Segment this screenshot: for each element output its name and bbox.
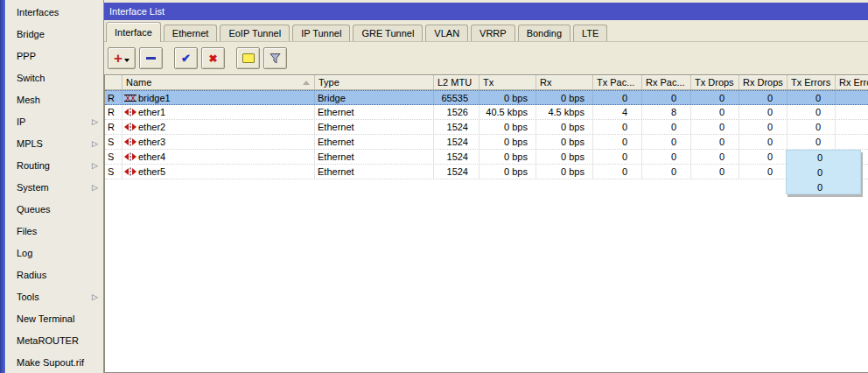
table-row-ether5[interactable]: Sether5Ethernet15240 bps0 bps00000 <box>105 165 868 179</box>
cell-tx_pac: 0 <box>593 120 642 134</box>
table-row-ether2[interactable]: Rether2Ethernet15240 bps0 bps00000 <box>105 120 868 135</box>
col-header-name[interactable]: Name <box>122 75 315 89</box>
col-header-l2mtu[interactable]: L2 MTU <box>434 75 480 89</box>
remove-button[interactable] <box>139 47 163 69</box>
tab-ip-tunnel[interactable]: IP Tunnel <box>292 25 350 41</box>
enable-button[interactable]: ✔ <box>174 47 198 69</box>
table-header: NameTypeL2 MTUTxRxTx Pac...Rx Pac...Tx D… <box>105 75 868 90</box>
dropdown-caret-icon <box>124 59 130 62</box>
sidebar-item-ip[interactable]: IP▷ <box>6 111 103 133</box>
interface-name: ether3 <box>138 135 165 149</box>
sidebar-item-switch[interactable]: Switch <box>6 67 103 89</box>
col-header-rx_pac[interactable]: Rx Pac... <box>642 75 691 89</box>
cell-tx_drops: 0 <box>691 120 739 134</box>
tab-eoip-tunnel[interactable]: EoIP Tunnel <box>220 25 290 41</box>
sidebar-item-files[interactable]: Files <box>6 221 103 243</box>
interface-name: ether1 <box>138 105 165 119</box>
cell-selection-overlay: 000 <box>786 150 861 194</box>
table-row-ether3[interactable]: Sether3Ethernet15240 bps0 bps00000 <box>105 135 868 150</box>
sidebar-item-routing[interactable]: Routing▷ <box>6 155 103 177</box>
overlay-value: 0 <box>787 151 836 165</box>
cell-rx_pac: 0 <box>642 165 691 179</box>
filter-button[interactable] <box>263 47 287 69</box>
tab-label: LTE <box>582 28 598 39</box>
cell-flag: R <box>105 105 122 119</box>
toolbar: +✔✖ <box>104 42 868 74</box>
tab-label: GRE Tunnel <box>361 28 414 39</box>
cell-rx_pac: 0 <box>642 150 691 164</box>
sidebar-item-mesh[interactable]: Mesh <box>6 89 103 111</box>
add-button[interactable]: + <box>108 47 136 69</box>
sidebar-item-system[interactable]: System▷ <box>6 177 103 199</box>
overlay-value: 0 <box>787 165 836 180</box>
interface-name: ether5 <box>138 165 165 179</box>
submenu-arrow-icon: ▷ <box>92 155 98 177</box>
cell-rx_errors <box>836 105 868 119</box>
col-header-tx[interactable]: Tx <box>480 75 536 89</box>
tab-gre-tunnel[interactable]: GRE Tunnel <box>353 25 423 41</box>
table-row-ether4[interactable]: Sether4Ethernet15240 bps0 bps00000 <box>105 150 868 165</box>
col-label: Type <box>318 77 340 88</box>
sidebar-item-mpls[interactable]: MPLS▷ <box>6 133 103 155</box>
sidebar-item-log[interactable]: Log <box>6 243 103 264</box>
sidebar-item-metarouter[interactable]: MetaROUTER <box>6 330 103 352</box>
tab-interface[interactable]: Interface <box>106 22 161 42</box>
sidebar-item-radius[interactable]: Radius <box>6 264 103 286</box>
tab-vlan[interactable]: VLAN <box>425 25 468 41</box>
sidebar-item-label: Routing <box>17 160 50 171</box>
cell-rx: 0 bps <box>536 135 593 149</box>
col-header-rx_drops[interactable]: Rx Drops <box>739 75 788 89</box>
cross-icon: ✖ <box>208 53 217 65</box>
sort-asc-icon <box>303 81 310 85</box>
cell-name: ether4 <box>122 150 315 164</box>
sidebar-item-new-terminal[interactable]: New Terminal <box>6 308 103 330</box>
tab-ethernet[interactable]: Ethernet <box>164 25 218 41</box>
cell-rx_drops: 0 <box>739 165 788 179</box>
disable-button[interactable]: ✖ <box>201 47 225 69</box>
cell-rx_pac: 0 <box>642 120 691 134</box>
col-header-rx[interactable]: Rx <box>536 75 593 89</box>
ethernet-icon <box>124 167 136 176</box>
cell-l2mtu: 1524 <box>434 120 480 134</box>
tab-label: IP Tunnel <box>301 28 341 39</box>
tab-vrrp[interactable]: VRRP <box>471 25 515 41</box>
sidebar-item-label: Radius <box>17 270 46 280</box>
col-header-tx_drops[interactable]: Tx Drops <box>691 75 739 89</box>
sidebar-item-label: Log <box>17 248 32 258</box>
cell-tx_drops: 0 <box>691 150 739 164</box>
col-label: Rx <box>540 77 551 88</box>
table-row-ether1[interactable]: Rether1Ethernet152640.5 kbps4.5 kbps4800… <box>105 105 868 120</box>
sidebar-item-queues[interactable]: Queues <box>6 199 103 221</box>
sidebar-item-label: Switch <box>17 73 45 83</box>
sidebar-item-bridge[interactable]: Bridge <box>6 24 103 46</box>
tab-lte[interactable]: LTE <box>573 25 607 41</box>
cell-flag: S <box>105 165 122 179</box>
comment-button[interactable] <box>236 47 260 69</box>
cell-type: Ethernet <box>315 135 434 149</box>
cell-flag: R <box>105 91 122 104</box>
cell-name: ether2 <box>122 120 315 134</box>
sidebar-item-ppp[interactable]: PPP <box>6 46 103 67</box>
sidebar-item-label: Interfaces <box>17 7 59 18</box>
cell-rx_drops: 0 <box>739 150 788 164</box>
sidebar-item-interfaces[interactable]: Interfaces <box>6 2 103 24</box>
interface-name: ether4 <box>138 150 165 164</box>
table-row-bridge1[interactable]: Rbridge1Bridge655350 bps0 bps00000 <box>105 90 868 105</box>
col-header-tx_errors[interactable]: Tx Errors <box>788 75 836 89</box>
cell-tx: 0 bps <box>480 150 536 164</box>
tab-bonding[interactable]: Bonding <box>518 25 570 41</box>
col-label: L2 MTU <box>438 77 472 88</box>
col-header-rx_errors[interactable]: Rx Errors <box>836 75 868 89</box>
cell-rx: 0 bps <box>536 150 593 164</box>
sidebar-item-label: Make Supout.rif <box>17 357 84 368</box>
col-header-type[interactable]: Type <box>315 75 434 89</box>
cell-rx_errors <box>836 91 868 104</box>
col-label: Tx Errors <box>791 77 830 88</box>
sidebar-item-tools[interactable]: Tools▷ <box>6 286 103 308</box>
col-header-flag[interactable] <box>105 75 122 89</box>
cell-name: ether1 <box>122 105 315 119</box>
sidebar-item-make-supout-rif[interactable]: Make Supout.rif <box>6 352 103 373</box>
col-header-tx_pac[interactable]: Tx Pac... <box>593 75 642 89</box>
cell-type: Ethernet <box>315 105 434 119</box>
cell-rx_drops: 0 <box>739 135 788 149</box>
